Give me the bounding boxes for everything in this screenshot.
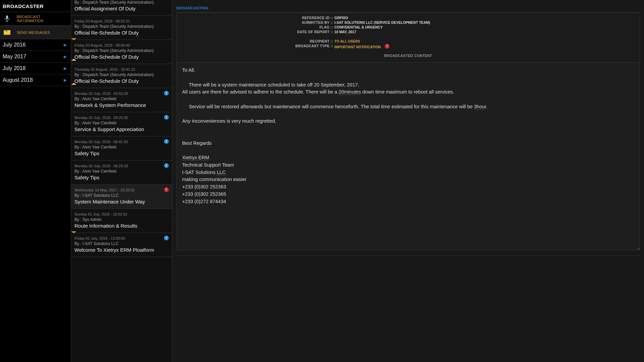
broadcasted-content-label: BROADCASTED CONTENT: [177, 49, 640, 58]
nav-send-messages[interactable]: SEND MESSAGES: [0, 26, 71, 39]
month-label: July 2018: [3, 65, 26, 71]
meta-value-flag: CONFIDENTIAL & URGENCY: [334, 25, 383, 29]
message-title: Safety Tips: [74, 150, 169, 156]
content-sig2a: Xietryx: [182, 155, 198, 160]
detail-panel: BROADCASTING REFERENCE ID :: GRP003 SUBM…: [172, 0, 644, 362]
month-label: August 2018: [3, 77, 33, 83]
content-sig1: Best Regards: [182, 140, 212, 146]
message-by: By : Alvin Yaw Cienfield: [74, 169, 169, 174]
message-title: System Maintenace Under Way: [74, 199, 169, 204]
message-title: Welcome To Xietryx ERM Ploatform: [74, 247, 169, 253]
content-p1b-post: down time maximum to reboot all services…: [361, 89, 454, 95]
message-date: Monday 02 July, 2018 - 09:25:05: [74, 116, 169, 120]
info-icon: i: [164, 163, 169, 168]
meta-label-recipient: RECIPIENT ::: [177, 39, 334, 43]
message-title: Route Information & Results: [74, 223, 169, 229]
message-item[interactable]: Friday 01 July, 2016 - 12:00:00By : I-SA…: [71, 233, 172, 257]
message-date: Monday 02 July, 2018 - 06:41:50: [74, 140, 169, 144]
message-item[interactable]: Friday 03 August, 2018 - 08:52:51By : Di…: [71, 16, 172, 40]
message-item[interactable]: Wednesday 10 May, 2017 - 18:20:52By : I-…: [71, 185, 172, 209]
left-sidebar: BROADCASTER BROADCAST INFORMATION SEND M…: [0, 0, 71, 362]
month-august-2018[interactable]: August 2018 ▶: [0, 74, 71, 86]
message-item[interactable]: Monday 02 July, 2018 - 06:29:29By : Alvi…: [71, 161, 172, 185]
month-label: July 2016: [3, 42, 26, 48]
content-p2-pre: Service will be restored afterwards but …: [189, 104, 474, 109]
message-item[interactable]: Thursday 02 August, 2018 - 20:41:15By : …: [71, 64, 172, 88]
message-by: By : Dispatch Team (Security Administrat…: [74, 0, 169, 5]
play-icon: ▶: [64, 54, 67, 59]
message-date: Wednesday 10 May, 2017 - 18:20:52: [74, 188, 169, 192]
content-p1b-ul: 20minutes: [338, 89, 361, 95]
message-date: Friday 03 August, 2018 - 08:00:40: [74, 43, 169, 47]
meta-label-broadcast-type: BROADCAST TYPE ::: [177, 44, 334, 49]
nav-broadcast-information[interactable]: BROADCAST INFORMATION: [0, 12, 71, 26]
message-item[interactable]: Monday 02 July, 2018 - 09:55:28By : Alvi…: [71, 88, 172, 112]
meta-label-submitted-by: SUBMITTED BY ::: [177, 20, 334, 24]
message-title: Official Re-Schedule Of Duty: [74, 78, 169, 84]
svg-rect-0: [6, 15, 8, 19]
meta-label-date-of-report: DATE OF REPORT ::: [177, 30, 334, 34]
content-p2-ul: 3hour: [474, 104, 486, 109]
meta-label-flag: FLAG ::: [177, 25, 334, 29]
microphone-icon: [3, 15, 11, 22]
message-list-panel: By : Dispatch Team (Security Administrat…: [71, 0, 172, 362]
message-date: Sunday 01 July, 2018 - 16:52:52: [74, 212, 169, 216]
message-item[interactable]: Monday 02 July, 2018 - 06:41:50By : Alvi…: [71, 136, 172, 161]
message-by: By : Dispatch Team (Security Administrat…: [74, 24, 169, 29]
message-date: Monday 02 July, 2018 - 09:55:28: [74, 92, 169, 96]
message-title: Network & System Performance: [74, 102, 169, 108]
meta-value-reference-id: GRP003: [334, 16, 348, 20]
message-title: Official Assignment Of Duty: [74, 6, 169, 11]
app-title: BROADCASTER: [0, 0, 71, 12]
detail-meta-block: REFERENCE ID :: GRP003 SUBMITTED BY :: I…: [176, 12, 640, 63]
month-may-2017[interactable]: May 2017 ▶: [0, 51, 71, 63]
month-july-2016[interactable]: July 2016 ▶: [0, 39, 71, 51]
content-sig3: Technical Support Team: [182, 162, 234, 168]
message-title: Official Re-Schedule Of Duty: [74, 30, 169, 36]
meta-value-submitted-by: I-SAT SOLUTIONS LLC (SERVICE DEVELOPMENT…: [334, 20, 430, 24]
message-item[interactable]: By : Dispatch Team (Security Administrat…: [71, 0, 172, 16]
content-p3: Any inconveniences is very much regrette…: [182, 118, 276, 124]
content-greeting: To All,: [182, 67, 195, 73]
envelope-icon: [3, 29, 11, 36]
message-title: Official Re-Schedule Of Duty: [74, 54, 169, 60]
message-by: By : Alvin Yaw Cienfield: [74, 145, 169, 149]
meta-label-reference-id: REFERENCE ID ::: [177, 16, 334, 20]
month-july-2018[interactable]: July 2018 ▶: [0, 63, 71, 74]
content-p1b-pre: All users are there for advised to adher…: [182, 89, 338, 95]
message-title: Service & Support Appreciation: [74, 126, 169, 132]
message-by: By : Dispatch Team (Security Administrat…: [74, 72, 169, 77]
nav-label: SEND MESSAGES: [17, 31, 50, 35]
content-sig4a: I-SAT Solutions: [182, 170, 217, 175]
message-title: Safety Tips: [74, 175, 169, 180]
meta-value-broadcast-type: IMPORTANT NOTIFICATION: [334, 45, 381, 49]
meta-value-date-of-report: 10 MAY, 2017: [334, 30, 356, 34]
content-p2-post: .: [486, 104, 487, 109]
message-item[interactable]: Sunday 01 July, 2018 - 16:52:52By : Sys …: [71, 209, 172, 233]
meta-value-recipient: TO ALL USERS: [334, 39, 360, 43]
broadcast-content[interactable]: To All, There will be a system maintenan…: [176, 63, 640, 250]
message-date: Friday 03 August, 2018 - 08:52:51: [74, 19, 169, 23]
message-by: By : Alvin Yaw Cienfield: [74, 121, 169, 125]
nav-label: BROADCAST INFORMATION: [17, 15, 67, 23]
info-icon: i: [164, 91, 169, 96]
message-by: By : Alvin Yaw Cienfield: [74, 97, 169, 101]
content-sig8: +233 (0)272 874434: [182, 199, 226, 204]
message-by: By : I-SAT Solutions LLC: [74, 241, 169, 246]
message-item[interactable]: Monday 02 July, 2018 - 09:25:05By : Alvi…: [71, 112, 172, 136]
info-icon: i: [164, 115, 169, 120]
play-icon: ▶: [64, 78, 67, 82]
play-icon: ▶: [64, 66, 67, 71]
message-by: By : Dispatch Team (Security Administrat…: [74, 48, 169, 53]
content-sig7: +233 (0)302 252365: [182, 191, 226, 197]
important-icon: !: [385, 44, 389, 49]
content-sig4b: LLC: [217, 170, 226, 175]
message-list[interactable]: By : Dispatch Team (Security Administrat…: [71, 0, 172, 362]
content-sig5: making communication easier: [182, 177, 247, 182]
play-icon: ▶: [64, 43, 67, 47]
message-item[interactable]: Friday 03 August, 2018 - 08:00:40By : Di…: [71, 40, 172, 64]
content-sig6: +233 (0)302 252363: [182, 184, 226, 189]
message-date: Monday 02 July, 2018 - 06:29:29: [74, 164, 169, 168]
message-date: Thursday 02 August, 2018 - 20:41:15: [74, 67, 169, 71]
content-p1a: There will be a system maintenance sched…: [189, 82, 359, 87]
